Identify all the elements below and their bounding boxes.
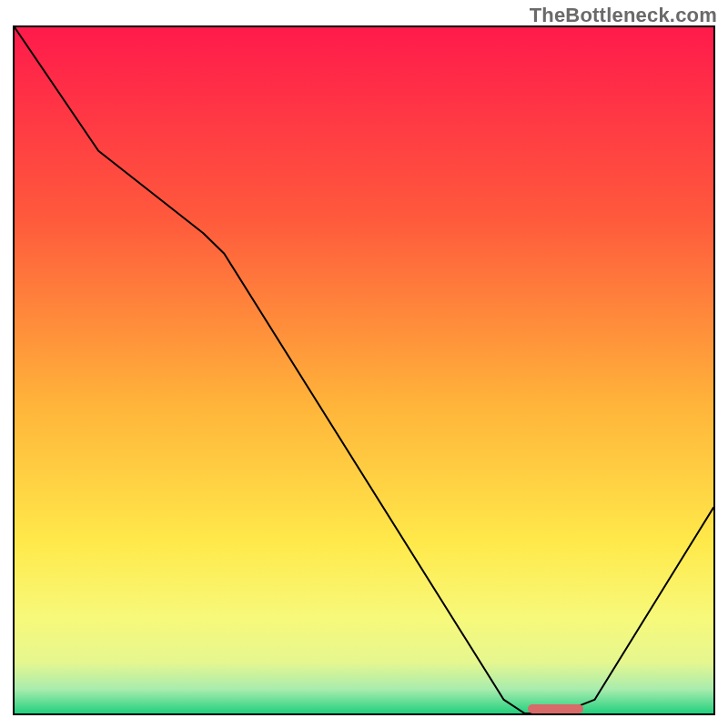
chart-frame: TheBottleneck.com [0, 0, 728, 728]
plot-area [13, 25, 715, 715]
watermark-text: TheBottleneck.com [530, 4, 717, 27]
plot-svg [15, 27, 713, 713]
background-rect [15, 27, 713, 713]
optimal-marker [528, 704, 584, 713]
